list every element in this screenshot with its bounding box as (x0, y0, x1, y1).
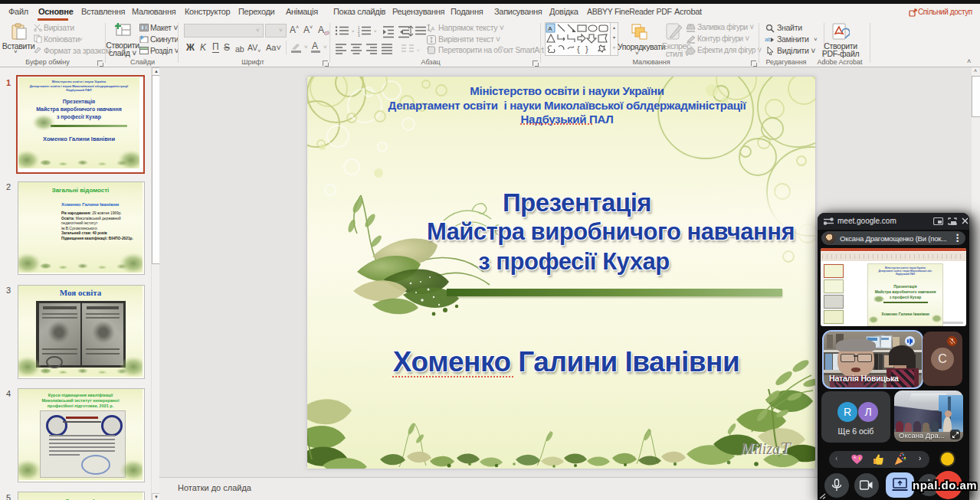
svg-text:˅: ˅ (417, 48, 420, 53)
svg-text:˅: ˅ (374, 29, 377, 34)
svg-text:A: A (312, 41, 318, 51)
svg-text:{: { (577, 44, 580, 54)
svg-text:3: 3 (358, 34, 360, 38)
svg-text:A: A (431, 26, 435, 31)
svg-text:˅: ˅ (352, 29, 355, 34)
svg-text:A: A (548, 25, 552, 32)
svg-text:}: } (585, 44, 588, 54)
